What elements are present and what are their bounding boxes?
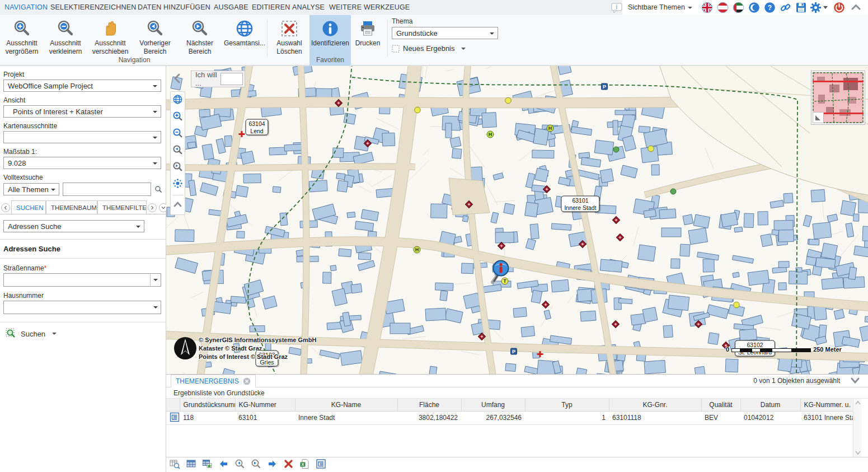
strassenname-input[interactable]	[4, 274, 151, 286]
map-next-extent-button[interactable]	[172, 161, 183, 174]
group-label-navigation: Navigation	[78, 56, 190, 64]
ribbon-identify-button[interactable]: Identifizieren	[309, 18, 351, 48]
column-header-datum[interactable]: Datum	[740, 399, 800, 411]
identify-icon	[309, 18, 351, 39]
chevron-down-icon[interactable]	[150, 301, 161, 314]
new-result-button[interactable]: Neues Ergebnis	[392, 44, 504, 53]
hausnummer-combo[interactable]	[3, 301, 161, 314]
map-zoom-in-button[interactable]	[172, 111, 183, 124]
results-collapse-icon[interactable]	[850, 376, 860, 387]
overview-collapse-button[interactable]	[813, 112, 824, 123]
collapse-up-icon[interactable]	[850, 2, 862, 13]
scroll-up-icon[interactable]	[854, 400, 862, 406]
search-icon[interactable]	[154, 184, 162, 195]
ribbon-globe-button[interactable]: Gesamtansi...	[223, 18, 266, 48]
hausnummer-input[interactable]	[4, 301, 151, 314]
row-detail-icon[interactable]	[166, 411, 180, 424]
menu-selektieren[interactable]: SELEKTIEREN	[50, 0, 100, 15]
map-zoom-out-button[interactable]	[172, 128, 183, 141]
column-header-grundst-cksnummer[interactable]: Grundstücksnummer▲	[180, 399, 235, 411]
results-report-button[interactable]	[316, 459, 326, 471]
power-icon[interactable]	[833, 2, 845, 13]
gdot-marker	[670, 187, 677, 197]
column-header-kg-nummer-u[interactable]: KG-Nummer. u. ...	[800, 399, 853, 411]
ribbon-pan-button[interactable]: Ausschnittverschieben	[88, 18, 132, 55]
column-header-kg-nummer[interactable]: KG-Nummer	[235, 399, 295, 411]
scale-segment	[740, 349, 752, 352]
flag-uae-icon[interactable]	[733, 2, 744, 13]
map-toolbar	[170, 91, 185, 215]
ich-will-input[interactable]	[220, 73, 243, 85]
results-excel-button[interactable]: X	[299, 459, 310, 471]
ribbon-zoom-out-button[interactable]: Ausschnittverkleinern	[44, 18, 87, 55]
ribbon-zoom-in-button[interactable]: Ausschnittvergrößern	[1, 18, 43, 55]
visible-topics-dropdown[interactable]: Sichtbare Themen	[628, 0, 692, 15]
menu-zeichnen[interactable]: ZEICHNEN	[100, 0, 137, 15]
info-bubble-icon[interactable]: i	[611, 2, 622, 13]
ribbon-prev-extent-button[interactable]: VorherigerBereich	[133, 18, 177, 55]
map-collapse-up-button[interactable]	[172, 199, 183, 212]
overview-map[interactable]	[811, 71, 865, 125]
column-header-kg-gnr[interactable]: KG-Gnr.	[609, 399, 701, 411]
results-next-record-button[interactable]	[251, 459, 261, 471]
save-icon[interactable]	[795, 2, 807, 13]
tab-themenbaum[interactable]: THEMENBAUM	[46, 200, 97, 214]
ich-will-widget[interactable]: Ich will ...	[191, 71, 245, 87]
kartenausschnitte-select[interactable]	[3, 131, 161, 143]
results-zoom-table-button[interactable]	[170, 459, 180, 471]
column-header-typ[interactable]: Typ	[525, 399, 609, 411]
ribbon-clear-selection-button[interactable]: AuswahlLöschen	[271, 18, 308, 55]
results-arrow-left-button[interactable]	[218, 459, 229, 471]
map-canvas[interactable]: THHHPP63104Lend63101Innere Stadt63103Gri…	[166, 66, 868, 374]
chevron-down-icon	[52, 333, 57, 337]
results-table-new-button[interactable]	[202, 459, 213, 471]
column-header-umfang[interactable]: Umfang	[461, 399, 525, 411]
thema-group: Thema Grundstücke Neues Ergebnis	[392, 17, 504, 53]
tab-themenfilter[interactable]: THEMENFILTER	[97, 200, 147, 214]
ansicht-select[interactable]: Points of Interest + Kataster	[3, 105, 161, 118]
column-header-kg-name[interactable]: KG-Name	[295, 399, 397, 411]
map-globe-button[interactable]	[172, 94, 183, 107]
tab-themenergebnis[interactable]: THEMENERGEBNIS	[171, 375, 256, 387]
settings-icon[interactable]	[810, 2, 822, 13]
results-scrollbar[interactable]	[853, 399, 862, 457]
tabs-scroll-left-button[interactable]	[1, 203, 10, 212]
results-prev-record-button[interactable]	[234, 459, 245, 471]
column-header-fl-che[interactable]: Fläche	[397, 399, 461, 411]
link-icon[interactable]	[780, 2, 791, 13]
volltext-scope-select[interactable]: Alle Themen	[3, 183, 59, 195]
ribbon-print-button[interactable]: Drucken	[352, 18, 383, 48]
menu-analyse[interactable]: ANALYSE	[292, 0, 325, 15]
results-delete-button[interactable]	[283, 459, 294, 471]
panel-collapse-icon[interactable]	[172, 73, 183, 86]
close-icon[interactable]	[243, 377, 251, 385]
volltext-input[interactable]	[63, 183, 151, 196]
menu-editieren[interactable]: EDITIEREN	[252, 0, 290, 15]
ribbon-button-label: VorherigerBereich	[133, 39, 177, 55]
strassenname-combo[interactable]	[3, 273, 161, 287]
projekt-select[interactable]: WebOffice Sample Project	[3, 80, 161, 92]
map-locate-button[interactable]	[172, 178, 183, 191]
chevron-down-icon[interactable]	[150, 274, 161, 286]
table-row[interactable]: 11863101Innere Stadt3802,180422267,03254…	[166, 411, 853, 424]
tabs-scroll-right-button[interactable]	[148, 203, 157, 212]
map-prev-extent-button[interactable]	[172, 144, 183, 157]
flag-austria-icon[interactable]	[717, 2, 729, 13]
search-form-select[interactable]: Adressen Suche	[3, 220, 144, 232]
flag-uk-icon[interactable]	[701, 2, 713, 13]
scroll-down-icon[interactable]	[854, 449, 862, 456]
results-table-button[interactable]	[186, 459, 196, 471]
ribbon-next-extent-button[interactable]: NächsterBereich	[178, 18, 222, 55]
menu-ausgabe[interactable]: AUSGABE	[214, 0, 248, 15]
thema-select[interactable]: Grundstücke	[392, 27, 498, 39]
help-icon[interactable]: ?	[764, 2, 776, 13]
results-arrow-right-button[interactable]	[267, 459, 278, 471]
column-header-qualit-t[interactable]: Qualität	[701, 399, 740, 411]
tab-suchen[interactable]: SUCHEN	[11, 200, 46, 214]
massstab-select[interactable]: 9.028	[3, 157, 161, 169]
menu-navigation[interactable]: NAVIGATION	[4, 0, 48, 15]
menu-weitere-werkzeuge[interactable]: WEITERE WERKZEUGE	[329, 0, 410, 15]
crescent-icon[interactable]	[748, 2, 760, 13]
suchen-button[interactable]: Suchen	[6, 328, 166, 339]
menu-daten-hinzuf-gen[interactable]: DATEN HINZUFÜGEN	[138, 0, 210, 15]
